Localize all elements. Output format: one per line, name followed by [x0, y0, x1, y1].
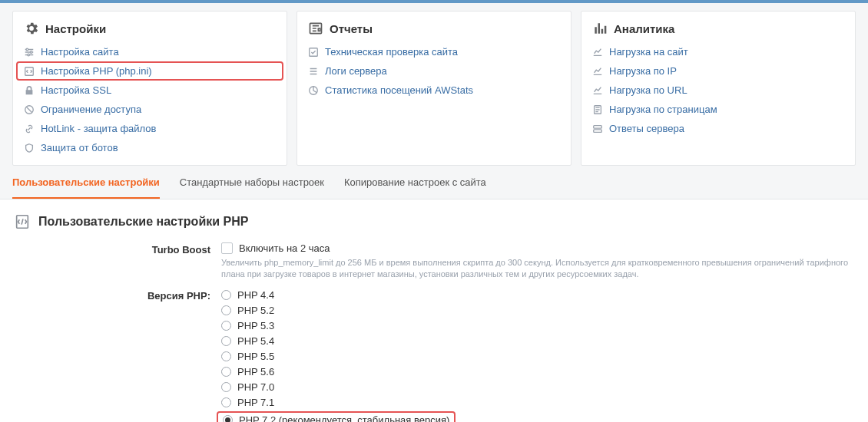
card-title: Аналитика: [614, 22, 674, 35]
radio-icon: [221, 367, 231, 377]
server-icon: [592, 124, 603, 134]
nav-label: Ограничение доступа: [41, 104, 141, 115]
nav-tech-check[interactable]: Техническая проверка сайта: [300, 42, 568, 61]
nav-label: Техническая проверка сайта: [325, 46, 458, 58]
nav-site-settings[interactable]: Настройка сайта: [16, 42, 283, 61]
page-icon: [592, 104, 603, 115]
php-version-radio[interactable]: PHP 5.6: [221, 365, 854, 378]
radio-label: PHP 7.0: [237, 381, 274, 393]
turbo-checkbox-label: Включить на 2 часа: [239, 242, 330, 254]
nav-awstats[interactable]: Статистика посещений AWStats: [300, 81, 568, 100]
php-version-radio[interactable]: PHP 5.5: [221, 350, 854, 363]
sliders-icon: [24, 47, 35, 58]
radio-label: PHP 7.1: [237, 397, 274, 408]
nav-access-restriction[interactable]: Ограничение доступа: [16, 100, 283, 119]
turbo-help: Увеличить php_memory_limit до 256 МБ и в…: [221, 257, 854, 281]
nav-label: Настройка SSL: [41, 84, 111, 96]
nav-label: Логи сервера: [325, 65, 387, 77]
php-version-label: Версия PHP:: [14, 288, 221, 302]
nav-label: HotLink - защита файлов: [41, 123, 156, 134]
radio-label: PHP 7.2 (рекомендуется, стабильная верси…: [239, 414, 449, 422]
nav-bot-protection[interactable]: Защита от ботов: [16, 138, 283, 157]
nav-label: Ответы сервера: [609, 123, 684, 134]
nav-label: Нагрузка на сайт: [609, 46, 688, 58]
nav-label: Нагрузка по URL: [609, 84, 687, 96]
radio-icon: [221, 397, 231, 407]
nav-load-pages[interactable]: Нагрузка по страницам: [585, 100, 852, 119]
nav-label: Настройка сайта: [41, 46, 119, 58]
php-file-icon: [14, 213, 31, 230]
nav-server-logs[interactable]: Логи сервера: [300, 61, 568, 81]
nav-label: Настройка PHP (php.ini): [41, 65, 152, 77]
newspaper-icon: [308, 21, 323, 36]
radio-label: PHP 5.4: [237, 335, 274, 347]
card-settings: Настройки Настройка сайта Настройка PHP …: [12, 11, 287, 166]
chart-line-icon: [592, 66, 603, 77]
turbo-label: Turbo Boost: [14, 242, 221, 256]
nav-label: Статистика посещений AWStats: [325, 84, 473, 96]
radio-label: PHP 5.3: [237, 320, 274, 331]
php-version-radio[interactable]: PHP 7.1: [221, 396, 854, 409]
section-title: Пользовательские настройки PHP: [38, 215, 248, 229]
tabs: Пользовательские настройки Стандартные н…: [0, 166, 868, 199]
php-version-radio[interactable]: PHP 5.4: [221, 335, 854, 348]
shield-icon: [24, 143, 35, 153]
pie-icon: [308, 85, 319, 96]
php-version-radio[interactable]: PHP 4.4: [221, 288, 854, 302]
chart-line-icon: [592, 85, 603, 96]
php-version-radio[interactable]: PHP 5.3: [221, 319, 854, 332]
radio-icon: [221, 336, 231, 346]
nav-load-url[interactable]: Нагрузка по URL: [585, 81, 852, 100]
radio-label: PHP 5.5: [237, 351, 274, 362]
radio-label: PHP 5.6: [237, 366, 274, 377]
radio-icon: [223, 415, 233, 422]
nav-ssl-settings[interactable]: Настройка SSL: [16, 81, 283, 100]
nav-hotlink[interactable]: HotLink - защита файлов: [16, 119, 283, 138]
bar-chart-icon: [592, 21, 608, 36]
php-version-radio[interactable]: PHP 5.2: [221, 304, 854, 317]
nav-site-load[interactable]: Нагрузка на сайт: [585, 42, 852, 61]
radio-label: PHP 5.2: [237, 305, 274, 316]
nav-server-responses[interactable]: Ответы сервера: [585, 119, 852, 138]
card-title: Отчеты: [330, 22, 373, 35]
radio-icon: [221, 382, 231, 392]
card-analytics: Аналитика Нагрузка на сайт Нагрузка по I…: [581, 11, 856, 166]
tab-copy-settings[interactable]: Копирование настроек с сайта: [344, 169, 486, 199]
chart-line-icon: [592, 47, 603, 58]
nav-label: Нагрузка по страницам: [609, 104, 717, 115]
nav-label: Нагрузка по IP: [609, 65, 677, 77]
tab-user-settings[interactable]: Пользовательские настройки: [12, 169, 160, 199]
php-version-radio[interactable]: PHP 7.0: [221, 381, 854, 394]
radio-icon: [221, 321, 231, 331]
check-icon: [308, 47, 319, 58]
radio-icon: [221, 351, 231, 361]
svg-rect-9: [594, 125, 602, 128]
nav-php-settings[interactable]: Настройка PHP (php.ini): [16, 61, 283, 81]
code-icon: [24, 66, 35, 77]
lock-icon: [24, 85, 35, 96]
tab-standard-sets[interactable]: Стандартные наборы настроек: [180, 169, 324, 199]
radio-icon: [221, 290, 231, 300]
card-reports: Отчеты Техническая проверка сайта Логи с…: [297, 11, 571, 166]
svg-point-1: [30, 51, 32, 53]
radio-label: PHP 4.4: [237, 289, 274, 301]
nav-label: Защита от ботов: [41, 142, 118, 153]
list-icon: [308, 66, 319, 77]
link-icon: [24, 124, 35, 134]
svg-point-0: [26, 48, 28, 51]
nav-load-ip[interactable]: Нагрузка по IP: [585, 61, 852, 81]
ban-icon: [24, 104, 35, 115]
radio-icon: [221, 305, 231, 315]
svg-point-2: [28, 54, 30, 56]
gear-icon: [24, 21, 39, 36]
card-title: Настройки: [45, 22, 106, 35]
php-version-radio[interactable]: PHP 7.2 (рекомендуется, стабильная верси…: [217, 411, 456, 422]
turbo-checkbox[interactable]: [221, 242, 233, 254]
svg-rect-10: [594, 129, 602, 132]
